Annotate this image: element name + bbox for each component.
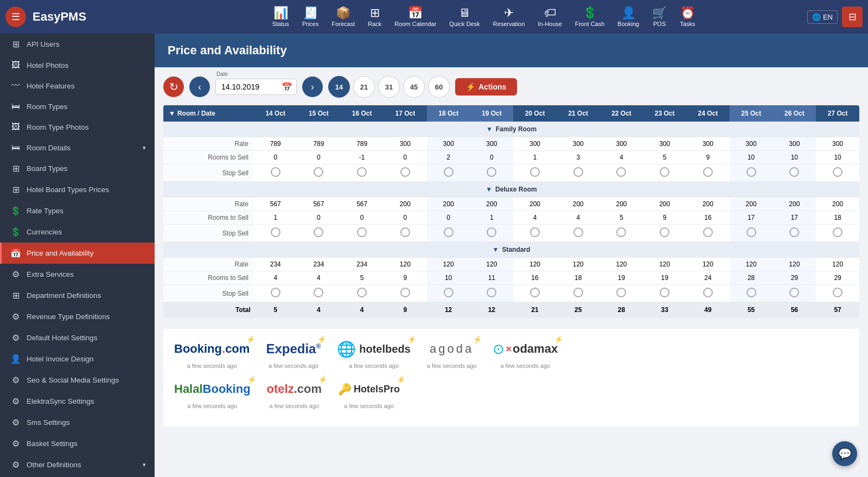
cell-0-2-9[interactable] <box>643 164 686 182</box>
stop-sell-checkbox-2-11[interactable] <box>746 288 756 297</box>
nav-item-front_cash[interactable]: 💲Front Cash <box>570 5 610 29</box>
stop-sell-checkbox-0-1[interactable] <box>314 167 323 177</box>
stop-sell-checkbox-1-4[interactable] <box>444 227 454 237</box>
day-btn-45[interactable]: 45 <box>403 76 425 98</box>
stop-sell-checkbox-0-2[interactable] <box>357 167 367 177</box>
sidebar-item-board_types[interactable]: ⊞Board Types <box>0 158 155 179</box>
cell-1-2-2[interactable] <box>340 225 384 242</box>
cell-0-2-3[interactable] <box>384 164 427 182</box>
stop-sell-checkbox-2-1[interactable] <box>314 288 323 297</box>
channel-odamax[interactable]: ⚡⊙×odamaxa few seconds ago <box>493 338 558 369</box>
group-toggle-0[interactable]: ▼ <box>486 125 493 133</box>
stop-sell-checkbox-2-13[interactable] <box>833 288 843 297</box>
next-date-button[interactable]: › <box>302 77 323 97</box>
stop-sell-checkbox-1-1[interactable] <box>314 227 323 237</box>
channel-otelz[interactable]: ⚡otelz.coma few seconds ago <box>267 378 322 409</box>
channel-expedia[interactable]: ⚡Expedia®a few seconds ago <box>266 338 321 369</box>
stop-sell-checkbox-1-13[interactable] <box>833 227 843 237</box>
nav-item-tasks[interactable]: ⏰Tasks <box>674 5 700 29</box>
cell-2-2-5[interactable] <box>470 285 513 302</box>
sidebar-item-sms_settings[interactable]: ⚙Sms Settings <box>0 412 155 433</box>
cell-0-2-0[interactable] <box>254 164 297 182</box>
sidebar-item-seo_social_media[interactable]: ⚙Seo & Social Media Settings <box>0 370 155 391</box>
stop-sell-checkbox-1-12[interactable] <box>789 227 799 237</box>
cell-1-2-1[interactable] <box>297 225 341 242</box>
stop-sell-checkbox-0-4[interactable] <box>444 167 454 177</box>
refresh-button[interactable]: ↻ <box>163 77 184 97</box>
sidebar-item-other_definitions[interactable]: ⚙Other Definitions▾ <box>0 454 155 475</box>
cell-1-2-5[interactable] <box>470 225 513 242</box>
cell-2-2-4[interactable] <box>427 285 470 302</box>
channel-agoda[interactable]: ⚡agodaa few seconds ago <box>427 338 477 369</box>
sidebar-item-elektrasync_settings[interactable]: ⚙ElektraSync Settings <box>0 391 155 412</box>
sidebar-item-room_types[interactable]: 🛏Room Types <box>0 96 155 117</box>
cell-2-2-11[interactable] <box>730 285 773 302</box>
sidebar-item-hotel_board_types_prices[interactable]: ⊞Hotel Board Types Prices <box>0 179 155 200</box>
cell-1-2-13[interactable] <box>816 225 859 242</box>
sidebar-item-hotel_features[interactable]: 〰Hotel Features <box>0 75 155 96</box>
cell-2-2-13[interactable] <box>816 285 859 302</box>
group-toggle-2[interactable]: ▼ <box>493 246 499 253</box>
cell-0-2-11[interactable] <box>730 164 773 182</box>
sidebar-item-room_type_photos[interactable]: 🖼Room Type Photos <box>0 117 155 137</box>
cell-0-2-6[interactable] <box>513 164 557 182</box>
cell-1-2-12[interactable] <box>773 225 816 242</box>
cell-1-2-3[interactable] <box>384 225 427 242</box>
nav-item-reservation[interactable]: ✈Reservation <box>488 5 531 29</box>
sidebar-item-hotel_photos[interactable]: 🖼Hotel Photos <box>0 55 155 75</box>
cell-1-2-0[interactable] <box>254 225 297 242</box>
cell-0-2-10[interactable] <box>686 164 730 182</box>
cell-1-2-4[interactable] <box>427 225 470 242</box>
day-btn-31[interactable]: 31 <box>378 76 400 98</box>
sidebar-item-default_hotel_settings[interactable]: ⚙Default Hotel Settings <box>0 327 155 348</box>
cell-2-2-2[interactable] <box>340 285 384 302</box>
stop-sell-checkbox-1-3[interactable] <box>400 227 410 237</box>
sidebar-item-rate_types[interactable]: 💲Rate Types <box>0 200 155 221</box>
stop-sell-checkbox-2-10[interactable] <box>703 288 713 297</box>
channel-hotelbeds[interactable]: ⚡🌐hotelbedsa few seconds ago <box>337 338 410 369</box>
cell-1-2-8[interactable] <box>600 225 643 242</box>
stop-sell-checkbox-2-12[interactable] <box>789 288 799 297</box>
stop-sell-checkbox-2-8[interactable] <box>616 288 626 297</box>
cell-1-2-7[interactable] <box>557 225 600 242</box>
nav-item-quick_desk[interactable]: 🖥Quick Desk <box>444 5 485 29</box>
stop-sell-checkbox-1-0[interactable] <box>271 227 280 237</box>
channel-halalbooking[interactable]: ⚡HalalBookinga few seconds ago <box>174 378 251 409</box>
channel-hotelspro[interactable]: ⚡🔑HotelsProa few seconds ago <box>338 378 400 409</box>
stop-sell-checkbox-0-3[interactable] <box>400 167 410 177</box>
stop-sell-checkbox-1-7[interactable] <box>573 227 583 237</box>
stop-sell-checkbox-2-4[interactable] <box>444 288 454 297</box>
cell-0-2-8[interactable] <box>600 164 643 182</box>
sidebar-item-extra_services[interactable]: ⚙Extra Services <box>0 264 155 285</box>
stop-sell-checkbox-0-12[interactable] <box>789 167 799 177</box>
cell-0-2-13[interactable] <box>816 164 859 182</box>
room-filter-icon[interactable]: ▼ <box>169 110 175 117</box>
stop-sell-checkbox-0-6[interactable] <box>530 167 540 177</box>
nav-item-prices[interactable]: 🧾Prices <box>297 5 324 29</box>
stop-sell-checkbox-2-9[interactable] <box>660 288 669 297</box>
stop-sell-checkbox-0-7[interactable] <box>573 167 583 177</box>
cell-1-2-9[interactable] <box>643 225 686 242</box>
nav-item-inhouse[interactable]: 🏷In-House <box>532 5 567 29</box>
stop-sell-checkbox-2-3[interactable] <box>400 288 410 297</box>
user-icon-button[interactable]: ⊟ <box>842 7 863 27</box>
cell-0-2-7[interactable] <box>557 164 600 182</box>
cell-0-2-4[interactable] <box>427 164 470 182</box>
cell-2-2-7[interactable] <box>557 285 600 302</box>
cell-2-2-8[interactable] <box>600 285 643 302</box>
sidebar-item-revenue_type_definitions[interactable]: ⚙Revenue Type Definitions <box>0 306 155 327</box>
hamburger-button[interactable]: ☰ <box>5 7 26 27</box>
stop-sell-checkbox-0-5[interactable] <box>487 167 496 177</box>
stop-sell-checkbox-1-10[interactable] <box>703 227 713 237</box>
stop-sell-checkbox-0-11[interactable] <box>746 167 756 177</box>
nav-item-pos[interactable]: 🛒POS <box>647 5 672 29</box>
cell-2-2-10[interactable] <box>686 285 730 302</box>
stop-sell-checkbox-2-0[interactable] <box>271 288 280 297</box>
cell-1-2-6[interactable] <box>513 225 557 242</box>
prev-date-button[interactable]: ‹ <box>189 77 210 97</box>
stop-sell-checkbox-1-8[interactable] <box>616 227 626 237</box>
nav-item-booking[interactable]: 👤Booking <box>612 5 644 29</box>
actions-button[interactable]: ⚡ Actions <box>455 78 517 96</box>
sidebar-item-basket_settings[interactable]: ⚙Basket Settings <box>0 433 155 454</box>
cell-1-2-10[interactable] <box>686 225 730 242</box>
